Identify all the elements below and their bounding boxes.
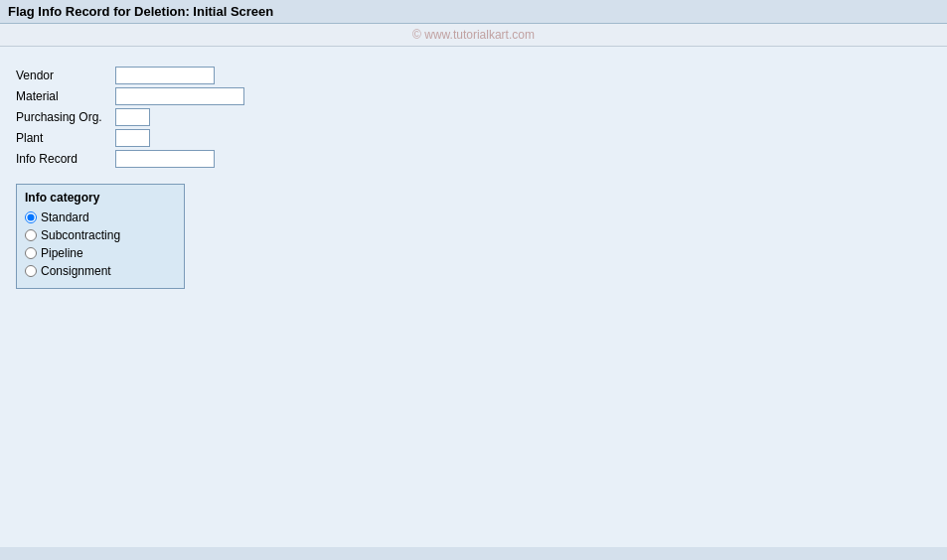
plant-label: Plant [16,131,115,145]
purch-org-row: Purchasing Org. [16,108,931,126]
radio-standard-row: Standard [25,210,176,224]
watermark-bar: © www.tutorialkart.com [0,24,947,47]
radio-standard-label: Standard [41,210,89,224]
radio-consignment-row: Consignment [25,264,176,278]
info-record-row: Info Record [16,150,931,168]
vendor-label: Vendor [16,69,115,82]
info-category-title: Info category [25,191,176,205]
radio-standard[interactable] [25,211,37,223]
vendor-row: Vendor [16,67,931,84]
vendor-input[interactable] [115,67,215,84]
form-section: Vendor Material Purchasing Org. Plant In… [16,67,931,168]
info-record-label: Info Record [16,152,115,166]
watermark-text: © www.tutorialkart.com [412,28,535,42]
material-row: Material [16,87,931,105]
main-content: Vendor Material Purchasing Org. Plant In… [0,47,947,547]
purch-org-input[interactable] [115,108,150,126]
radio-subcontracting-row: Subcontracting [25,228,176,242]
purch-org-label: Purchasing Org. [16,110,115,124]
radio-subcontracting[interactable] [25,229,37,241]
info-category-box: Info category Standard Subcontracting Pi… [16,184,185,289]
plant-row: Plant [16,129,931,147]
radio-pipeline-row: Pipeline [25,246,176,260]
material-input[interactable] [115,87,244,105]
plant-input[interactable] [115,129,150,147]
info-record-input[interactable] [115,150,215,168]
radio-consignment[interactable] [25,265,37,277]
radio-pipeline[interactable] [25,247,37,259]
radio-subcontracting-label: Subcontracting [41,228,120,242]
radio-pipeline-label: Pipeline [41,246,83,260]
material-label: Material [16,89,115,103]
page-title: Flag Info Record for Deletion: Initial S… [8,4,273,19]
title-bar: Flag Info Record for Deletion: Initial S… [0,0,947,24]
radio-consignment-label: Consignment [41,264,111,278]
